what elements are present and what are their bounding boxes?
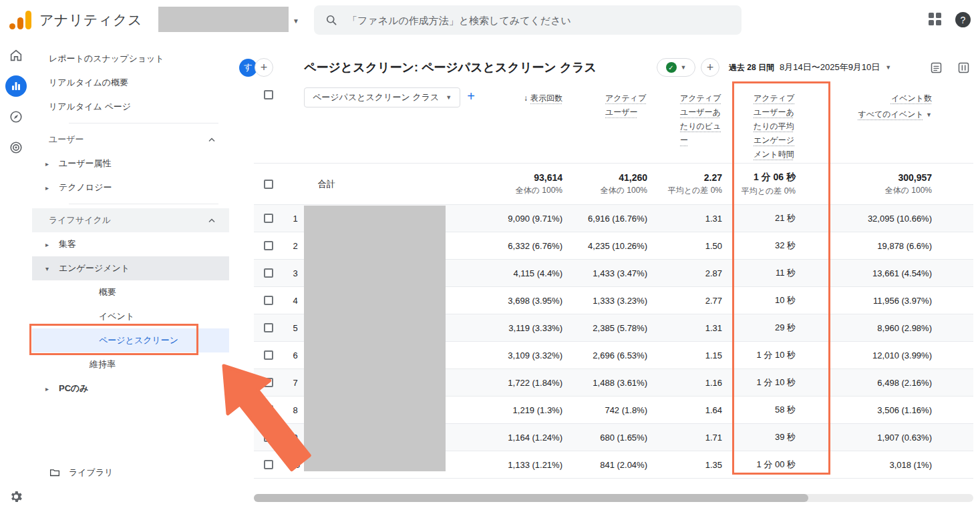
sidebar-item-user-attributes[interactable]: ▸ ユーザー属性 [32, 152, 229, 176]
add-button[interactable]: + [701, 58, 719, 77]
sidebar-item-pages-screens[interactable]: ページとスクリーン [32, 328, 229, 352]
expand-triangle-icon: ▸ [45, 385, 59, 393]
events-value: 3,018 (1%) [829, 451, 973, 478]
app-name: アナリティクス [39, 11, 142, 29]
views-per-user-value: 1.15 [653, 342, 727, 368]
sidebar-item-pc-only[interactable]: ▸ PCのみ [32, 376, 229, 401]
users-value: 4,235 (10.26%) [568, 232, 653, 259]
sidebar-item-events[interactable]: イベント [32, 304, 229, 328]
row-checkbox[interactable] [264, 378, 273, 387]
reports-nav-icon[interactable] [0, 71, 32, 101]
total-views-per-user: 2.27 [704, 172, 722, 183]
chevron-down-icon: ▼ [926, 111, 932, 118]
folder-icon [49, 467, 61, 479]
apps-grid-icon[interactable] [929, 13, 941, 25]
admin-nav-icon[interactable] [0, 481, 32, 508]
engagement-time-value: 21 秒 [727, 205, 829, 232]
views-per-user-value: 1.50 [653, 232, 727, 259]
analytics-logo-icon [9, 11, 31, 29]
chevron-up-icon [208, 218, 216, 223]
sidebar-item-library[interactable]: ライブラリ [32, 461, 229, 485]
customize-report-icon[interactable] [957, 61, 971, 75]
chevron-up-icon [208, 137, 216, 142]
row-checkbox[interactable] [264, 405, 273, 415]
row-checkbox[interactable] [264, 296, 273, 305]
events-filter-dropdown[interactable]: すべてのイベント ▼ [858, 107, 932, 121]
events-value: 3,506 (1.16%) [829, 397, 973, 423]
search-bar[interactable] [314, 5, 742, 35]
users-value: 6,916 (16.76%) [568, 205, 653, 232]
total-engagement-time: 1 分 06 秒 [754, 172, 796, 184]
explore-nav-icon[interactable] [0, 101, 32, 132]
sidebar-item-engagement[interactable]: ▾ エンゲージメント [32, 256, 229, 280]
views-per-user-value: 1.31 [653, 314, 727, 341]
sidebar-item-acquisition[interactable]: ▸ 集客 [32, 232, 229, 256]
column-header-engagement-time[interactable]: アクティブ ユーザーあたりの平均エンゲージメント時間 [727, 82, 829, 163]
row-checkbox[interactable] [264, 460, 273, 469]
compass-icon [9, 109, 23, 124]
topbar: アナリティクス ▼ ? [0, 0, 980, 40]
row-checkbox[interactable] [264, 350, 273, 360]
engagement-time-value: 1 分 10 秒 [727, 342, 829, 368]
engagement-time-value: 32 秒 [727, 232, 829, 259]
views-per-user-value: 1.35 [653, 451, 727, 478]
column-header-events[interactable]: イベント数 すべてのイベント ▼ [829, 82, 973, 163]
report-sidenav: レポートのスナップショット リアルタイムの概要 リアルタイム ページ ユーザー … [32, 40, 229, 508]
row-checkbox[interactable] [264, 241, 273, 250]
views-value: 1,133 (1.21%) [468, 451, 568, 478]
advertising-nav-icon[interactable] [0, 132, 32, 163]
engagement-time-value: 58 秒 [727, 397, 829, 423]
icon-rail [0, 40, 32, 508]
sidebar-section-user[interactable]: ユーザー [32, 128, 229, 152]
main-content: す + ページとスクリーン: ページパスとスクリーン クラス ✓ ▼ + 過去 … [229, 40, 980, 508]
users-value: 1,333 (3.23%) [568, 287, 653, 314]
scrollbar-thumb[interactable] [254, 494, 808, 502]
chevron-down-icon: ▼ [446, 94, 452, 101]
views-per-user-value: 1.71 [653, 424, 727, 451]
sidebar-item-realtime-pages[interactable]: リアルタイム ページ [32, 95, 229, 119]
users-value: 2,385 (5.78%) [568, 314, 653, 341]
sidebar-section-lifecycle[interactable]: ライフサイクル [32, 208, 229, 232]
account-caret-icon[interactable]: ▼ [293, 17, 299, 25]
sidebar-item-realtime-overview[interactable]: リアルタイムの概要 [32, 71, 229, 95]
sidebar-item-overview[interactable]: 概要 [32, 280, 229, 304]
report-status-button[interactable]: ✓ ▼ [657, 58, 695, 77]
row-checkbox[interactable] [264, 433, 273, 442]
engagement-time-value: 39 秒 [727, 424, 829, 451]
report-table: ページパスとスクリーン クラス ▼ + ↓表示回数 アクティブ ユーザー アクテ… [254, 82, 973, 479]
row-checkbox[interactable] [264, 214, 273, 223]
engagement-time-value: 1 分 10 秒 [727, 369, 829, 396]
views-value: 6,332 (6.76%) [468, 232, 568, 259]
page-title: ページとスクリーン: ページパスとスクリーン クラス [304, 59, 597, 75]
views-per-user-value: 1.31 [653, 205, 727, 232]
sidebar-item-retention[interactable]: 維持率 [32, 352, 229, 376]
search-input[interactable] [347, 15, 721, 26]
notes-icon[interactable] [929, 61, 943, 75]
expand-triangle-icon: ▸ [45, 241, 59, 248]
expand-triangle-icon: ▸ [45, 184, 59, 192]
home-nav-icon[interactable] [0, 40, 32, 71]
totals-checkbox[interactable] [264, 180, 273, 189]
select-all-checkbox[interactable] [264, 90, 273, 99]
events-value: 6,498 (2.16%) [829, 369, 973, 396]
views-per-user-value: 2.87 [653, 260, 727, 286]
horizontal-scrollbar[interactable] [254, 494, 973, 502]
row-checkbox[interactable] [264, 323, 273, 332]
account-selector-redacted[interactable] [158, 7, 289, 32]
events-value: 8,960 (2.98%) [829, 314, 973, 341]
column-header-views[interactable]: ↓表示回数 [468, 82, 568, 163]
events-value: 1,907 (0.63%) [829, 424, 973, 451]
expand-triangle-icon: ▸ [45, 160, 59, 168]
row-checkbox[interactable] [264, 268, 273, 278]
sidebar-item-technology[interactable]: ▸ テクノロジー [32, 176, 229, 200]
users-value: 2,696 (6.53%) [568, 342, 653, 368]
date-range-picker[interactable]: 過去 28 日間 8月14日〜2025年9月10日 ▼ [729, 61, 891, 73]
target-icon [9, 140, 23, 155]
column-header-active-users[interactable]: アクティブ ユーザー [568, 82, 653, 163]
add-comparison-button[interactable]: + [255, 58, 273, 77]
help-icon[interactable]: ? [955, 12, 971, 27]
views-value: 9,090 (9.71%) [468, 205, 568, 232]
dimension-selector[interactable]: ページパスとスクリーン クラス ▼ [304, 87, 460, 107]
column-header-views-per-user[interactable]: アクティブ ユーザーあたりのビュー [653, 82, 727, 163]
sidebar-item-snapshot[interactable]: レポートのスナップショット [32, 47, 229, 71]
